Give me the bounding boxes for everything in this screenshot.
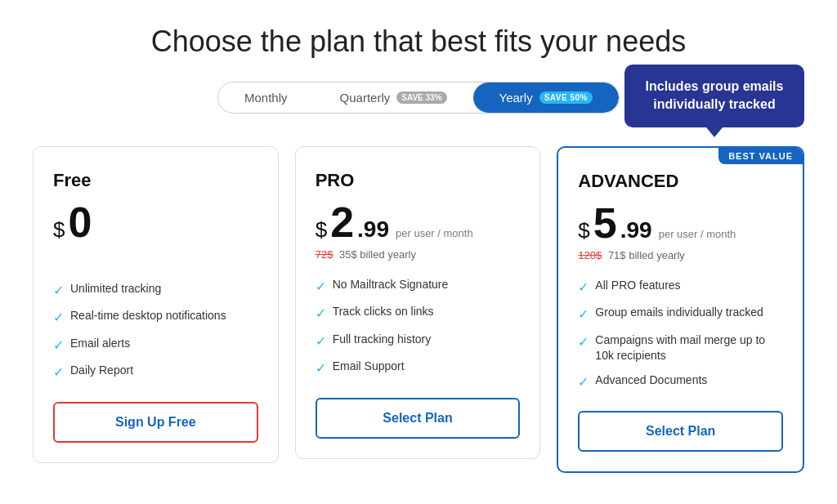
best-value-badge: BEST VALUE (718, 148, 803, 164)
price-yearly-main-advanced: 71$ billed yearly (608, 249, 685, 261)
signup-free-button[interactable]: Sign Up Free (53, 402, 258, 443)
price-yearly-free (53, 248, 258, 265)
price-dollar-advanced: $ (578, 218, 589, 243)
toggle-container: Monthly Quarterly SAVE 33% Yearly SAVE 5… (217, 82, 620, 114)
plans-wrapper: Includes group emails individually track… (33, 146, 804, 473)
price-dollar-free: $ (53, 217, 65, 243)
check-icon-adv-0: ✓ (578, 279, 589, 297)
price-amount-free: 0 (68, 201, 92, 243)
billing-monthly[interactable]: Monthly (218, 83, 314, 113)
billing-quarterly-label: Quarterly (340, 91, 391, 105)
feature-free-0: ✓Unlimited tracking (53, 281, 258, 300)
check-icon-pro-1: ✓ (316, 305, 326, 323)
select-plan-pro-button[interactable]: Select Plan (316, 398, 521, 439)
tooltip-bubble: Includes group emails individually track… (624, 65, 804, 127)
feature-adv-2: ✓Campaigns with mail merge up to 10k rec… (578, 332, 783, 364)
check-icon-adv-1: ✓ (578, 306, 589, 323)
billing-quarterly[interactable]: Quarterly SAVE 33% (314, 83, 473, 113)
yearly-badge: SAVE 50% (539, 91, 593, 104)
billing-yearly[interactable]: Yearly SAVE 50% (473, 83, 619, 113)
quarterly-badge: SAVE 33% (396, 91, 446, 104)
billing-monthly-label: Monthly (244, 91, 288, 105)
plan-price-free: $ 0 (53, 201, 258, 243)
tooltip-text: Includes group emails individually track… (646, 79, 784, 111)
page-title: Choose the plan that best fits your need… (33, 25, 804, 59)
price-strikethrough-advanced: 120$ (578, 249, 602, 261)
plan-name-free: Free (53, 170, 258, 191)
feature-free-1: ✓Real-time desktop notifications (53, 308, 258, 327)
feature-pro-0: ✓No Mailtrack Signature (316, 277, 521, 296)
price-cents-pro: .99 (357, 216, 389, 243)
check-icon-pro-2: ✓ (316, 332, 326, 350)
feature-pro-1: ✓Track clicks on links (316, 304, 521, 323)
price-yearly-main-pro: 35$ billed yearly (339, 248, 416, 261)
plan-price-pro: $ 2 .99 per user / month (316, 201, 521, 243)
plan-card-free: Free $ 0 ✓Unlimited tracking ✓Real-time … (33, 146, 279, 463)
feature-pro-2: ✓Full tracking history (316, 332, 521, 350)
check-icon-2: ✓ (53, 337, 64, 355)
check-icon-pro-3: ✓ (316, 359, 326, 377)
features-list-advanced: ✓All PRO features ✓Group emails individu… (578, 278, 783, 391)
check-icon-pro-0: ✓ (316, 278, 326, 296)
plan-name-advanced: ADVANCED (578, 171, 783, 192)
feature-adv-1: ✓Group emails individually tracked (578, 305, 783, 323)
price-yearly-advanced: 120$ 71$ billed yearly (578, 249, 783, 261)
plan-card-pro: PRO $ 2 .99 per user / month 72$ 35$ bil… (295, 146, 541, 459)
feature-pro-3: ✓Email Support (316, 359, 521, 377)
price-amount-advanced: 5 (593, 202, 617, 244)
check-icon-1: ✓ (53, 309, 64, 327)
price-per-advanced: per user / month (659, 228, 736, 240)
features-list-pro: ✓No Mailtrack Signature ✓Track clicks on… (316, 277, 521, 378)
price-strikethrough-pro: 72$ (316, 248, 333, 261)
feature-adv-3: ✓Advanced Documents (578, 372, 783, 391)
price-cents-advanced: .99 (620, 217, 652, 243)
check-icon-adv-3: ✓ (578, 373, 589, 391)
plan-card-advanced: BEST VALUE ADVANCED $ 5 .99 per user / m… (557, 146, 804, 473)
plan-price-advanced: $ 5 .99 per user / month (578, 202, 783, 244)
check-icon-3: ✓ (53, 364, 64, 381)
features-list-free: ✓Unlimited tracking ✓Real-time desktop n… (53, 281, 258, 382)
select-plan-advanced-button[interactable]: Select Plan (578, 411, 783, 452)
feature-free-3: ✓Daily Report (53, 363, 258, 381)
price-amount-pro: 2 (330, 201, 354, 243)
price-per-pro: per user / month (396, 227, 473, 239)
page-wrapper: Choose the plan that best fits your need… (0, 0, 837, 504)
check-icon-adv-2: ✓ (578, 333, 589, 351)
billing-yearly-label: Yearly (499, 91, 533, 105)
check-icon-0: ✓ (53, 282, 64, 300)
plan-name-pro: PRO (316, 170, 521, 191)
price-yearly-pro: 72$ 35$ billed yearly (316, 248, 521, 261)
feature-adv-0: ✓All PRO features (578, 278, 783, 297)
price-dollar-pro: $ (316, 217, 327, 243)
feature-free-2: ✓Email alerts (53, 336, 258, 355)
